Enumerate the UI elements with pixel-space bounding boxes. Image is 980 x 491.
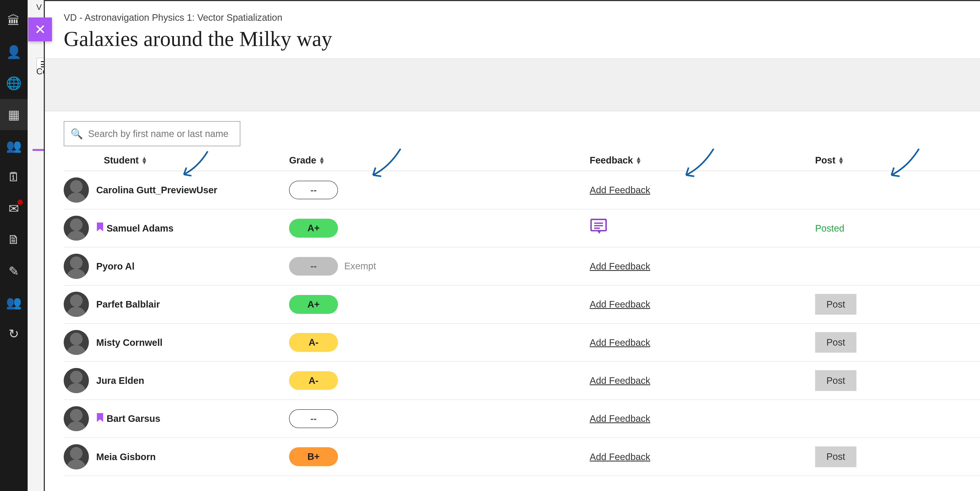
column-grade-label: Grade [289,155,316,166]
column-post-label: Post [815,155,835,166]
edit-icon[interactable]: ✎ [0,255,28,287]
feedback-cell [590,218,815,238]
add-feedback-link[interactable]: Add Feedback [590,261,650,272]
table-row: Samuel AdamsA+Posted [64,210,980,248]
student-cell[interactable]: Samuel Adams [64,216,289,241]
sort-icon: ▲▼ [319,157,325,164]
post-button[interactable]: Post [815,370,856,391]
grade-pill[interactable]: A+ [289,219,338,238]
post-cell: Post [815,294,980,315]
student-cell[interactable]: Carolina Gutt_PreviewUser [64,178,289,203]
student-name: Pyoro Al [96,261,135,272]
table-row: Pyoro Al--ExemptAdd Feedback [64,248,980,285]
student-cell[interactable]: Misty Cornwell [64,330,289,355]
add-feedback-link[interactable]: Add Feedback [590,375,650,386]
feedback-cell: Add Feedback [590,299,815,310]
avatar [64,406,89,431]
post-button[interactable]: Post [815,447,856,467]
grade-pill[interactable]: -- [289,257,338,276]
feedback-cell: Add Feedback [590,413,815,424]
feedback-cell: Add Feedback [590,261,815,272]
calendar-icon[interactable]: 🗓 [0,162,28,193]
close-icon: ✕ [35,21,46,37]
student-cell[interactable]: Pyoro Al [64,254,289,279]
grade-cell[interactable]: -- [289,409,590,428]
stats-bar: 7 TO GRADE 4 TO POST Post all grades [45,59,980,111]
search-box[interactable]: 🔍 [64,121,240,146]
document-icon[interactable]: 🗎 [0,224,28,256]
column-header-post[interactable]: Post ▲▼ [815,155,980,166]
globe-icon[interactable]: 🌐 [0,68,28,99]
sort-icon: ▲▼ [838,157,845,164]
grade-cell[interactable]: A+ [289,295,590,314]
sort-icon: ▲▼ [141,157,147,164]
table-row: Bart Garsus--Add Feedback [64,400,980,438]
post-cell: Post [815,447,980,467]
avatar [64,444,89,469]
grade-cell[interactable]: -- [289,181,590,200]
post-button[interactable]: Post [815,294,856,315]
student-name: Parfet Balblair [96,299,160,310]
table-row: Carolina Gutt_PreviewUser--Add Feedback [64,171,980,209]
add-feedback-link[interactable]: Add Feedback [590,451,650,462]
header: VD - Astronavigation Physics 1: Vector S… [45,1,980,59]
avatar [64,178,89,203]
grid-icon[interactable]: ▦ [0,99,28,130]
add-feedback-link[interactable]: Add Feedback [590,185,650,195]
table-row: Jura EldenA-Add FeedbackPost [64,362,980,400]
column-feedback-label: Feedback [590,155,633,166]
feedback-icon[interactable] [590,221,607,238]
grade-pill[interactable]: -- [289,409,338,428]
feedback-cell: Add Feedback [590,451,815,462]
student-name: Bart Garsus [107,413,161,424]
search-input[interactable] [88,129,234,139]
column-headers: Student ▲▼ Grade ▲▼ Feedback ▲▼ Post ▲▼ [64,150,980,172]
grade-cell[interactable]: A- [289,371,590,390]
grade-pill[interactable]: -- [289,181,338,200]
table-row: Parfet BalblairA+Add FeedbackPost [64,286,980,324]
bookmark-icon [96,414,103,424]
post-cell: Post [815,370,980,391]
left-rail: 🏛 👤 🌐 ▦ 👥 🗓 ✉ 🗎 ✎ 👥 ↻ Pri Ter [0,0,28,491]
controls-row: 🔍 25 ▼ items per page [45,111,980,150]
student-cell[interactable]: Bart Garsus [64,406,289,431]
grade-pill[interactable]: A+ [289,295,338,314]
close-button[interactable]: ✕ [28,17,52,41]
people-icon[interactable]: 👥 [0,287,28,318]
column-header-feedback[interactable]: Feedback ▲▼ [590,155,815,166]
student-cell[interactable]: Meia Gisborn [64,444,289,469]
posted-label: Posted [815,223,845,234]
user-icon[interactable]: 👤 [0,37,28,68]
add-feedback-link[interactable]: Add Feedback [590,337,650,348]
student-name: Carolina Gutt_PreviewUser [96,185,217,195]
exempt-label: Exempt [344,261,376,272]
column-student-label: Student [104,155,139,166]
groups-icon[interactable]: 👥 [0,130,28,162]
institution-icon[interactable]: 🏛 [0,5,28,37]
column-header-grade[interactable]: Grade ▲▼ [289,155,590,166]
messages-icon[interactable]: ✉ [0,193,28,224]
grades-table: Student ▲▼ Grade ▲▼ Feedback ▲▼ Post ▲▼ … [45,150,980,476]
post-cell: Posted [815,222,980,234]
breadcrumb: VD - Astronavigation Physics 1: Vector S… [64,12,332,23]
table-row: Misty CornwellA-Add FeedbackPost [64,324,980,362]
refresh-icon[interactable]: ↻ [0,318,28,350]
grade-cell[interactable]: A+ [289,219,590,238]
grade-cell[interactable]: --Exempt [289,257,590,276]
student-cell[interactable]: Parfet Balblair [64,292,289,317]
column-header-student[interactable]: Student ▲▼ [64,155,289,166]
table-row: Meia GisbornB+Add FeedbackPost [64,438,980,476]
avatar [64,330,89,355]
avatar [64,254,89,279]
grade-pill[interactable]: A- [289,333,338,352]
feedback-cell: Add Feedback [590,375,815,386]
grade-pill[interactable]: A- [289,371,338,390]
add-feedback-link[interactable]: Add Feedback [590,299,650,310]
avatar [64,216,89,241]
grade-cell[interactable]: B+ [289,447,590,466]
grade-cell[interactable]: A- [289,333,590,352]
student-cell[interactable]: Jura Elden [64,368,289,393]
grade-pill[interactable]: B+ [289,447,338,466]
post-button[interactable]: Post [815,332,856,353]
add-feedback-link[interactable]: Add Feedback [590,413,650,424]
